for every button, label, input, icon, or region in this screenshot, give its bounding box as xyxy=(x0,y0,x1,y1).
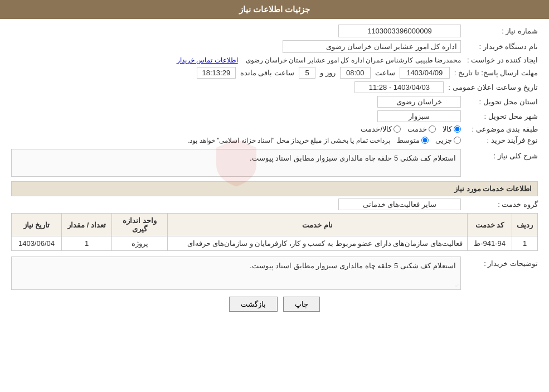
category-option-both: کالا/خدمت xyxy=(361,125,401,133)
purchase-type-label: نوع فرآیند خرید : xyxy=(465,136,538,144)
send-time-value: 08:00 xyxy=(340,67,371,79)
description-box: AnaTen استعلام کف شکنی 5 حلقه چاه مالدار… xyxy=(11,149,461,177)
cell-name: فعالیت‌های سازمان‌های دارای عضو مربوط به… xyxy=(168,236,468,251)
col-header-unit: واحد اندازه گیری xyxy=(112,214,168,236)
col-header-date: تاریخ نیاز xyxy=(12,214,62,236)
category-radio-goods[interactable] xyxy=(454,125,461,133)
send-time-label: ساعت xyxy=(375,69,395,77)
cell-row-num: 1 xyxy=(512,236,538,251)
buyer-org-value: اداره کل امور عشایر استان خراسان رضوی xyxy=(283,40,461,53)
need-number-row: شماره نیاز : 1103003396000009 xyxy=(11,25,538,37)
purchase-type-medium-label: متوسط xyxy=(397,136,420,144)
table-header-row: ردیف کد خدمت نام خدمت واحد اندازه گیری ت… xyxy=(12,214,538,236)
announce-value: 1403/04/03 - 11:28 xyxy=(354,81,444,93)
category-radio-group: کالا خدمت کالا/خدمت xyxy=(361,125,461,133)
need-number-label: شماره نیاز : xyxy=(465,27,538,35)
main-content: شماره نیاز : 1103003396000009 نام دستگاه… xyxy=(0,19,549,324)
back-button[interactable]: بازگشت xyxy=(229,297,278,312)
buyer-org-label: نام دستگاه خریدار : xyxy=(465,42,538,51)
table-row: 1 941-94-ط فعالیت‌های سازمان‌های دارای ع… xyxy=(12,236,538,251)
category-goods-label: کالا xyxy=(443,125,452,133)
col-header-row-num: ردیف xyxy=(512,214,538,236)
cell-qty: 1 xyxy=(62,236,112,251)
city-value: سبزوار xyxy=(377,110,461,122)
col-header-code: کد خدمت xyxy=(468,214,512,236)
purchase-type-small-label: جزیی xyxy=(435,136,452,144)
creator-row: ایجاد کننده در خواست : محمدرضا طبیبی کار… xyxy=(11,56,538,64)
category-option-service: خدمت xyxy=(407,125,436,133)
description-row: شرح کلی نیاز : AnaTen استعلام کف شکنی 5 … xyxy=(11,149,538,177)
cell-code: 941-94-ط xyxy=(468,236,512,251)
col-header-qty: تعداد / مقدار xyxy=(62,214,112,236)
description-value: استعلام کف شکنی 5 حلقه چاه مالداری سبزوا… xyxy=(250,154,456,162)
button-row: چاپ بازگشت xyxy=(11,297,538,312)
purchase-type-note: پرداخت تمام یا بخشی از مبلغ خریداز محل "… xyxy=(188,137,390,144)
creator-label: ایجاد کننده در خواست : xyxy=(465,56,538,64)
purchase-type-radio-medium[interactable] xyxy=(421,137,429,144)
city-row: شهر محل تحویل : سبزوار xyxy=(11,110,538,122)
cell-unit: پروژه xyxy=(112,236,168,251)
category-option-goods: کالا xyxy=(443,125,461,133)
send-day-label: روز و xyxy=(320,69,336,77)
service-group-row: گروه خدمت : سایر فعالیت‌های خدماتی xyxy=(11,199,538,210)
buyer-notes-label: توضیحات خریدار : xyxy=(465,259,538,268)
page-wrapper: جزئیات اطلاعات نیاز شماره نیاز : 1103003… xyxy=(0,0,549,392)
page-title: جزئیات اطلاعات نیاز xyxy=(239,4,310,14)
province-label: استان محل تحویل : xyxy=(465,98,538,106)
category-row: طبقه بندی موضوعی : کالا خدمت کالا/خدمت xyxy=(11,125,538,133)
buyer-org-row: نام دستگاه خریدار : اداره کل امور عشایر … xyxy=(11,40,538,53)
remaining-label: ساعت باقی مانده xyxy=(240,69,294,77)
service-group-label: گروه خدمت : xyxy=(465,200,538,209)
announce-label: تاریخ و ساعت اعلان عمومی : xyxy=(448,83,538,91)
description-label: شرح کلی نیاز : xyxy=(465,152,538,160)
purchase-type-option-small: جزیی xyxy=(435,136,461,144)
send-date-value: 1403/04/09 xyxy=(400,67,450,79)
remaining-value: 18:13:29 xyxy=(197,67,236,79)
creator-value: محمدرضا طبیبی کارشناس عمران اداره کل امو… xyxy=(246,56,461,64)
category-radio-both[interactable] xyxy=(393,125,401,133)
announce-row: تاریخ و ساعت اعلان عمومی : 1403/04/03 - … xyxy=(11,81,538,93)
services-table: ردیف کد خدمت نام خدمت واحد اندازه گیری ت… xyxy=(11,213,538,251)
buyer-notes-value: استعلام کف شکنی 5 حلقه چاه مالداری سبزوا… xyxy=(250,262,456,270)
category-label: طبقه بندی موضوعی : xyxy=(465,125,538,133)
svg-text:AnaTen: AnaTen xyxy=(218,159,254,170)
city-label: شهر محل تحویل : xyxy=(465,112,538,120)
page-header: جزئیات اطلاعات نیاز xyxy=(0,0,549,19)
cell-date: 1403/06/04 xyxy=(12,236,62,251)
purchase-type-option-medium: متوسط xyxy=(397,136,429,144)
buyer-notes-box: ↙ استعلام کف شکنی 5 حلقه چاه مالداری سبز… xyxy=(11,257,461,290)
services-section-title: اطلاعات خدمات مورد نیاز xyxy=(11,181,538,196)
col-header-name: نام خدمت xyxy=(168,214,468,236)
province-value: خراسان رضوی xyxy=(377,96,461,108)
creator-link[interactable]: اطلاعات تماس خریدار xyxy=(177,56,238,64)
category-service-label: خدمت xyxy=(407,125,427,133)
purchase-type-radio-small[interactable] xyxy=(454,137,461,144)
send-day-value: 5 xyxy=(299,67,315,79)
send-date-row: مهلت ارسال پاسخ: تا تاریخ : 1403/04/09 س… xyxy=(11,67,538,79)
category-both-label: کالا/خدمت xyxy=(361,125,392,133)
category-radio-service[interactable] xyxy=(429,125,436,133)
send-date-label: مهلت ارسال پاسخ: تا تاریخ : xyxy=(454,69,538,77)
need-number-value: 1103003396000009 xyxy=(338,25,461,37)
purchase-type-radio-group: جزیی متوسط پرداخت تمام یا بخشی از مبلغ خ… xyxy=(188,136,461,144)
service-group-value: سایر فعالیت‌های خدماتی xyxy=(338,199,461,210)
purchase-type-row: نوع فرآیند خرید : جزیی متوسط پرداخت تمام… xyxy=(11,136,538,144)
province-row: استان محل تحویل : خراسان رضوی xyxy=(11,96,538,108)
buyer-notes-row: توضیحات خریدار : ↙ استعلام کف شکنی 5 حلق… xyxy=(11,257,538,290)
print-button[interactable]: چاپ xyxy=(283,297,320,312)
